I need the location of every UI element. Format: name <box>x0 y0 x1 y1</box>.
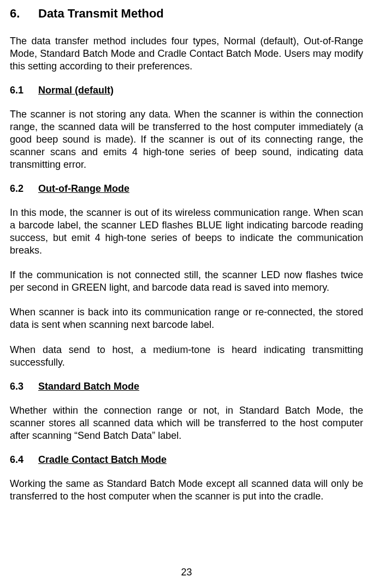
subsection-6-2-paragraph-1: In this mode, the scanner is out of its … <box>10 207 363 257</box>
subsection-6-1-paragraph: The scanner is not storing any data. Whe… <box>10 108 363 171</box>
section-intro-paragraph: The data transfer method includes four t… <box>10 35 363 73</box>
subsection-6-2-paragraph-3: When scanner is back into its communicat… <box>10 306 363 331</box>
subsection-number: 6.3 <box>10 381 38 392</box>
subsection-number: 6.2 <box>10 183 38 195</box>
subsection-heading-6-1: 6.1 Normal (default) <box>10 85 363 96</box>
subsection-number: 6.1 <box>10 85 38 96</box>
subsection-6-2-paragraph-4: When data send to host, a medium-tone is… <box>10 344 363 369</box>
page-number: 23 <box>0 567 373 578</box>
section-heading: 6. Data Transmit Method <box>10 7 363 21</box>
subsection-6-3-paragraph: Whether within the connection range or n… <box>10 404 363 442</box>
subsection-6-2-paragraph-2: If the communication is not connected st… <box>10 269 363 294</box>
subsection-6-4-paragraph: Working the same as Standard Batch Mode … <box>10 478 363 503</box>
subsection-number: 6.4 <box>10 454 38 466</box>
subsection-title: Out-of-Range Mode <box>38 183 129 195</box>
section-number: 6. <box>10 7 38 21</box>
subsection-title: Normal (default) <box>38 85 114 96</box>
section-title: Data Transmit Method <box>38 7 164 21</box>
subsection-heading-6-3: 6.3 Standard Batch Mode <box>10 381 363 392</box>
subsection-title: Cradle Contact Batch Mode <box>38 454 167 466</box>
subsection-heading-6-4: 6.4 Cradle Contact Batch Mode <box>10 454 363 466</box>
subsection-title: Standard Batch Mode <box>38 381 139 392</box>
subsection-heading-6-2: 6.2 Out-of-Range Mode <box>10 183 363 195</box>
